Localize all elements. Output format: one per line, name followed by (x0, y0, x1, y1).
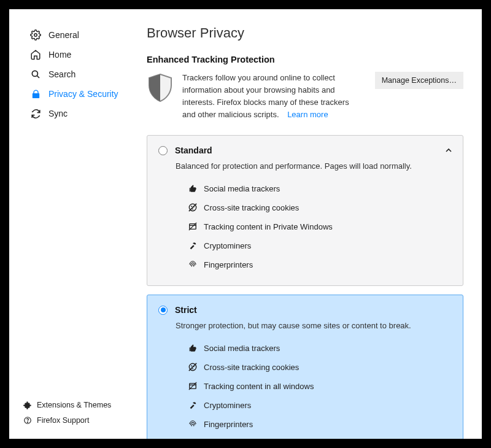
sidebar-item-label: Search (48, 69, 75, 79)
cookie-slash-icon (188, 203, 197, 212)
search-icon (30, 69, 41, 80)
radio-standard[interactable] (158, 146, 168, 155)
svg-point-6 (191, 206, 192, 207)
tracker-item: Cryptominers (188, 236, 452, 255)
svg-point-14 (191, 365, 192, 366)
pickaxe-icon (188, 241, 197, 250)
tracker-label: Social media trackers (204, 184, 280, 193)
thumbs-icon (188, 344, 197, 353)
chevron-up-icon[interactable] (446, 147, 452, 153)
thumbs-icon (188, 184, 197, 193)
sidebar-item-label: Extensions & Themes (37, 401, 111, 409)
intro-row: Trackers follow you around online to col… (147, 72, 463, 122)
sidebar-item-search[interactable]: Search (9, 64, 132, 84)
fingerprint-icon (188, 420, 197, 429)
lock-icon (30, 88, 41, 99)
sidebar-item-home[interactable]: Home (9, 45, 132, 64)
sidebar-item-label: General (48, 30, 79, 40)
tracker-list-strict: Social media trackers Cross-site trackin… (188, 339, 452, 434)
puzzle-icon (23, 400, 32, 409)
tracker-item: Cross-site tracking cookies (188, 198, 452, 217)
tracker-label: Tracking content in all windows (204, 382, 314, 391)
tracker-label: Cross-site tracking cookies (204, 363, 299, 372)
sync-icon (30, 108, 41, 119)
tracker-item: Social media trackers (188, 339, 452, 358)
learn-more-link[interactable]: Learn more (287, 110, 328, 119)
card-desc: Stronger protection, but may cause some … (176, 321, 452, 330)
tracker-list-standard: Social media trackers Cross-site trackin… (188, 179, 452, 274)
sidebar-item-label: Sync (48, 109, 68, 118)
tracker-item: Cryptominers (188, 396, 452, 415)
sidebar-item-general[interactable]: General (9, 25, 132, 45)
card-title: Strict (175, 305, 452, 315)
tracker-label: Cross-site tracking cookies (204, 203, 299, 212)
protection-card-strict[interactable]: Strict Stronger protection, but may caus… (147, 295, 463, 439)
sidebar-item-label: Firefox Support (37, 416, 89, 425)
shield-icon (147, 73, 174, 102)
section-heading: Enhanced Tracking Protection (147, 55, 463, 64)
tracker-label: Fingerprinters (204, 420, 253, 429)
window-slash-icon (188, 382, 197, 391)
tracker-label: Social media trackers (204, 344, 280, 353)
tracker-label: Fingerprinters (204, 260, 253, 269)
fingerprint-icon (188, 260, 197, 269)
svg-point-0 (34, 34, 37, 37)
svg-point-8 (192, 209, 193, 210)
help-icon (23, 415, 32, 425)
window-slash-icon (188, 222, 197, 231)
card-desc: Balanced for protection and performance.… (176, 161, 452, 171)
cookie-slash-icon (188, 363, 197, 372)
tracker-label: Cryptominers (204, 401, 251, 410)
sidebar-item-support[interactable]: Firefox Support (9, 412, 132, 428)
sidebar-item-sync[interactable]: Sync (9, 104, 132, 123)
manage-exceptions-button[interactable]: Manage Exceptions… (375, 72, 463, 89)
svg-point-4 (27, 422, 28, 422)
tracker-item: Fingerprinters (188, 415, 452, 434)
gear-icon (30, 29, 41, 41)
radio-strict[interactable] (158, 306, 168, 315)
sidebar-item-privacy-security[interactable]: Privacy & Security (9, 84, 132, 104)
protection-card-standard[interactable]: Standard Balanced for protection and per… (147, 135, 463, 286)
home-icon (30, 49, 41, 60)
sidebar: General Home Search Privacy & Security (9, 9, 132, 439)
sidebar-item-label: Home (48, 50, 71, 60)
tracker-label: Cryptominers (204, 241, 251, 250)
sidebar-item-label: Privacy & Security (48, 89, 118, 99)
svg-point-16 (192, 368, 193, 369)
intro-text: Trackers follow you around online to col… (182, 72, 364, 122)
tracker-item: Social media trackers (188, 179, 452, 198)
tracker-item: Tracking content in Private Windows (188, 217, 452, 236)
tracker-item: Cross-site tracking cookies (188, 358, 452, 377)
page-title: Browser Privacy (147, 25, 463, 41)
pickaxe-icon (188, 401, 197, 410)
svg-line-2 (37, 75, 39, 78)
sidebar-item-extensions[interactable]: Extensions & Themes (9, 397, 132, 412)
tracker-label: Tracking content in Private Windows (204, 222, 333, 231)
svg-point-1 (32, 71, 37, 76)
main-content: Browser Privacy Enhanced Tracking Protec… (132, 9, 482, 439)
card-title: Standard (175, 145, 446, 155)
tracker-item: Fingerprinters (188, 255, 452, 274)
tracker-item: Tracking content in all windows (188, 377, 452, 396)
